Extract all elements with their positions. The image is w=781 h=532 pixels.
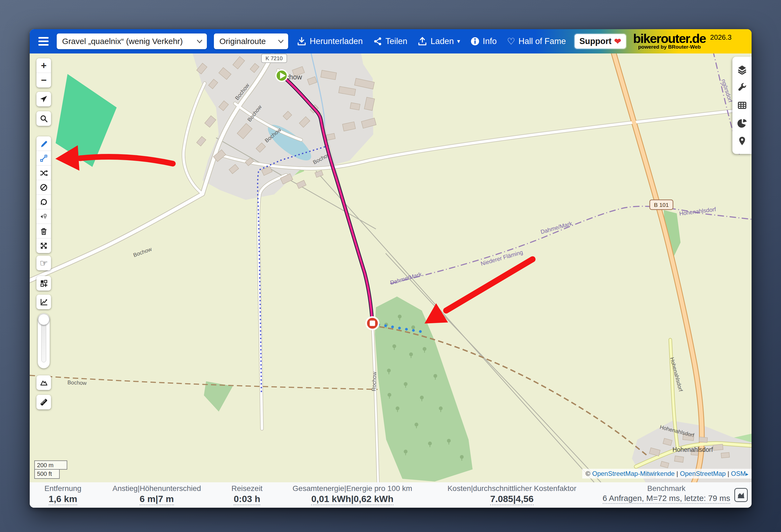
locate-button[interactable] [36, 92, 51, 107]
elevation-chart-button[interactable] [36, 295, 51, 309]
top-toolbar: Gravel „quaelnix“ (wenig Verkehr) Origin… [30, 29, 751, 53]
reroute-button[interactable] [36, 166, 51, 180]
via-point-button[interactable] [36, 209, 51, 224]
mountain-icon [40, 379, 48, 387]
map-canvas[interactable]: Bochow Bochow Bochow Bochow Bochow Bocho… [30, 53, 751, 482]
pointing-hand-icon: ☞ [40, 258, 48, 268]
zoom-in-button[interactable]: + [36, 58, 51, 73]
ruler-icon [40, 398, 48, 406]
layers-icon [737, 65, 747, 75]
chevron-down-icon [197, 39, 203, 43]
stat-travel-time: Reisezeit 0:03 h [232, 484, 262, 505]
custom-layers-control [36, 276, 51, 291]
info-button[interactable]: Info [469, 36, 498, 46]
data-table-tab-button[interactable] [737, 100, 747, 110]
via-pin-icon [40, 212, 48, 221]
beeline-segment-button[interactable] [36, 151, 51, 166]
zoom-out-button[interactable]: − [36, 73, 51, 87]
chevron-down-icon [278, 39, 284, 43]
heart-outline-icon: ♡ [507, 37, 515, 46]
nogo-button[interactable] [36, 180, 51, 195]
info-label: Info [483, 36, 497, 46]
share-label: Teilen [385, 36, 407, 46]
ban-icon [40, 183, 48, 192]
search-button[interactable] [36, 111, 51, 126]
share-icon [373, 37, 382, 46]
osm-link[interactable]: OSM [731, 470, 746, 477]
stat-ascent: Anstieg|Höhenunterschied 6 m|7 m [112, 484, 201, 505]
settings-tab-button[interactable] [737, 83, 747, 92]
plus-icon: + [41, 61, 46, 71]
stat-energy: Gesamtenergie|Energie pro 100 km 0,01 kW… [292, 484, 412, 505]
hillshade-control [36, 375, 51, 390]
slider-thumb[interactable] [38, 314, 49, 325]
svg-text:Bochow: Bochow [67, 379, 87, 386]
svg-text:Hohenahlsdorf: Hohenahlsdorf [672, 446, 713, 453]
pointer-mode-button[interactable]: ☞ [36, 256, 51, 270]
shuffle-icon [39, 169, 48, 177]
opacity-slider[interactable] [38, 313, 50, 368]
route-variant-select[interactable]: Originalroute [214, 34, 288, 49]
add-layers-button[interactable] [36, 276, 51, 291]
desktop-background: Gravel „quaelnix“ (wenig Verkehr) Origin… [0, 0, 781, 532]
hillshade-button[interactable] [36, 375, 51, 390]
route-start-marker[interactable] [276, 70, 287, 81]
squares-plus-icon [40, 279, 48, 287]
layers-tab-button[interactable] [737, 65, 747, 75]
load-button[interactable]: Laden ▾ [416, 36, 461, 46]
map-pin-icon [737, 136, 747, 146]
stat-distance: Entfernung 1,6 km [44, 484, 81, 505]
search-icon [40, 115, 48, 123]
info-icon [470, 37, 480, 46]
download-button[interactable]: Herunterladen [295, 36, 364, 46]
draw-route-button[interactable] [36, 136, 51, 151]
slider-track[interactable] [41, 320, 46, 362]
table-icon [737, 100, 747, 110]
locate-control [36, 92, 51, 107]
segment-icon [40, 154, 48, 162]
red-heart-icon: ❤ [614, 37, 621, 46]
delete-route-button[interactable] [36, 224, 51, 239]
roundtrip-button[interactable] [36, 195, 51, 209]
pointer-control: ☞ [36, 256, 51, 270]
pie-chart-icon [737, 118, 747, 128]
profile-select-value: Gravel „quaelnix“ (wenig Verkehr) [62, 37, 183, 46]
attribution-expand-icon[interactable]: ▸ [746, 471, 748, 477]
brand-logo[interactable]: bikerouter.de powered by BRouter-Web 202… [633, 33, 744, 50]
brand-subtitle: powered by BRouter-Web [638, 44, 701, 50]
area-chart-icon [737, 491, 745, 499]
measure-button[interactable] [36, 395, 51, 409]
fit-route-button[interactable] [36, 239, 51, 253]
trash-icon [40, 227, 48, 235]
scale-metric: 200 m [34, 460, 67, 469]
upload-icon [417, 36, 427, 46]
download-label: Herunterladen [310, 36, 363, 46]
svg-text:K 7210: K 7210 [265, 55, 283, 61]
load-label: Laden [430, 36, 454, 46]
road-ref-k7210: K 7210 [261, 54, 287, 63]
profile-select[interactable]: Gravel „quaelnix“ (wenig Verkehr) [57, 34, 207, 49]
support-button[interactable]: Support ❤ [575, 34, 626, 49]
copyright-symbol: © [585, 470, 590, 477]
caret-down-icon: ▾ [457, 38, 460, 44]
svg-text:B 101: B 101 [654, 202, 669, 208]
loop-icon [40, 198, 48, 206]
route-end-marker[interactable] [366, 317, 379, 329]
share-button[interactable]: Teilen [371, 36, 409, 46]
stat-cost: Kosten|durchschnittlicher Kostenfaktor 7… [448, 484, 576, 505]
zoom-control: + − [36, 58, 51, 87]
hamburger-menu-button[interactable] [37, 35, 50, 47]
line-chart-icon [40, 298, 48, 306]
minus-icon: − [41, 75, 46, 85]
scale-imperial: 500 ft [34, 469, 60, 479]
statistics-tab-button[interactable] [737, 118, 747, 128]
status-bar: Entfernung 1,6 km Anstieg|Höhenunterschi… [30, 482, 751, 508]
road-ref-b101: B 101 [650, 200, 673, 210]
hall-of-fame-button[interactable]: ♡ Hall of Fame [505, 36, 567, 46]
stat-benchmark: Benchmark 6 Anfragen, M=72 ms, letzte: 7… [603, 484, 730, 504]
pois-tab-button[interactable] [737, 136, 747, 146]
osm-contributors-link[interactable]: OpenStreetMap-Mitwirkende [592, 470, 674, 477]
elevation-panel-toggle-button[interactable] [734, 488, 748, 502]
right-sidebar [732, 57, 751, 154]
openstreetmap-link[interactable]: OpenStreetMap [680, 470, 726, 477]
